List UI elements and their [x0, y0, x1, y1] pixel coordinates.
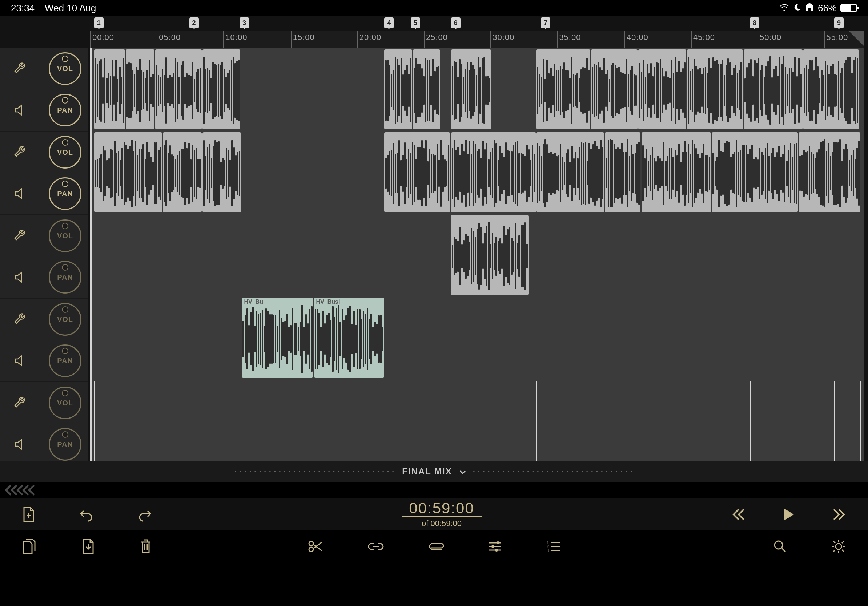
audio-clip[interactable] [536, 132, 604, 212]
time-ruler[interactable]: 00:0005:0010:0015:0020:0025:0030:0035:00… [90, 31, 864, 48]
attachment-icon[interactable] [428, 543, 444, 550]
page-fold-icon[interactable] [848, 31, 864, 46]
settings-sliders-icon[interactable] [488, 540, 502, 553]
pan-knob[interactable]: PAN [49, 428, 81, 461]
wrench-icon[interactable] [13, 62, 28, 76]
mix-bar[interactable]: • • • • • • • • • • • • • • • • • • • • … [0, 461, 868, 482]
marker-3[interactable]: 3 [240, 17, 249, 28]
audio-clip[interactable] [744, 49, 803, 129]
audio-clip[interactable] [413, 49, 440, 129]
status-bar: 23:34 Wed 10 Aug 66% [0, 0, 868, 16]
marker-2[interactable]: 2 [189, 17, 199, 28]
list-numbered-icon[interactable]: 123 [546, 540, 561, 553]
chevron-down-icon[interactable] [459, 467, 466, 477]
audio-clip[interactable]: HV_Busi [314, 298, 384, 378]
track-lane-5[interactable] [90, 379, 864, 462]
ruler-tick: 05:00 [157, 31, 181, 48]
skip-back-icon[interactable] [731, 508, 746, 521]
wrench-icon[interactable] [13, 229, 28, 243]
ruler-tick: 25:00 [424, 31, 448, 48]
svg-point-2 [496, 541, 499, 544]
marker-5[interactable]: 5 [411, 17, 420, 28]
link-icon[interactable] [367, 541, 384, 552]
scrub-chevrons[interactable] [0, 482, 868, 498]
headphones-icon [805, 3, 814, 14]
audio-clip[interactable] [451, 215, 529, 295]
playhead[interactable] [90, 48, 92, 461]
svg-line-17 [834, 550, 835, 552]
files-icon[interactable] [22, 538, 38, 555]
trash-icon[interactable] [139, 538, 153, 554]
play-icon[interactable] [782, 507, 795, 522]
undo-icon[interactable] [79, 507, 94, 522]
audio-clip[interactable] [94, 132, 162, 212]
marker-1[interactable]: 1 [94, 17, 104, 28]
audio-clip[interactable] [712, 132, 797, 212]
audio-clip[interactable] [163, 132, 202, 212]
vol-knob[interactable]: VOL [49, 303, 81, 336]
audio-clip[interactable] [451, 132, 536, 212]
marker-4[interactable]: 4 [384, 17, 394, 28]
redo-icon[interactable] [137, 507, 152, 522]
vol-knob[interactable]: VOL [49, 136, 81, 169]
track-lanes[interactable]: HV_BuHV_Busi [90, 48, 864, 482]
import-file-icon[interactable] [81, 538, 95, 555]
gear-icon[interactable] [831, 539, 846, 554]
audio-clip[interactable] [642, 132, 711, 212]
audio-clip[interactable]: HV_Bu [242, 298, 313, 378]
pan-knob[interactable]: PAN [49, 94, 81, 127]
audio-clip[interactable] [536, 49, 590, 129]
marker-8[interactable]: 8 [750, 17, 760, 28]
audio-clip[interactable] [203, 49, 240, 129]
audio-clip[interactable] [798, 132, 860, 212]
audio-clip[interactable] [384, 132, 450, 212]
time-current[interactable]: 00:59:00 [401, 501, 482, 516]
audio-clip[interactable] [687, 49, 742, 129]
wrench-icon[interactable] [13, 145, 28, 159]
audio-clip[interactable] [605, 132, 640, 212]
track-lane-4[interactable]: HV_BuHV_Busi [90, 297, 864, 379]
status-right: 66% [779, 3, 857, 14]
pan-knob[interactable]: PAN [49, 345, 81, 377]
pan-knob[interactable]: PAN [49, 261, 81, 294]
track-lane-2[interactable] [90, 131, 864, 213]
speaker-icon[interactable] [13, 437, 28, 451]
pan-knob[interactable]: PAN [49, 177, 81, 210]
marker-row[interactable]: 123456789 [90, 17, 864, 30]
status-date: Wed 10 Aug [45, 3, 96, 14]
vol-knob[interactable]: VOL [49, 386, 81, 419]
audio-clip[interactable] [384, 49, 412, 129]
wrench-icon[interactable] [13, 312, 28, 327]
audio-clip[interactable] [591, 49, 637, 129]
marker-line [860, 381, 861, 461]
marker-line [536, 381, 537, 461]
speaker-icon[interactable] [13, 354, 28, 368]
audio-clip[interactable] [126, 49, 155, 129]
speaker-icon[interactable] [13, 103, 28, 117]
audio-clip[interactable] [638, 49, 686, 129]
vol-knob[interactable]: VOL [49, 220, 81, 252]
speaker-icon[interactable] [13, 186, 28, 201]
scissors-icon[interactable] [307, 540, 324, 553]
action-bar: 123 [0, 530, 868, 563]
wrench-icon[interactable] [13, 396, 28, 410]
audio-clip[interactable] [155, 49, 202, 129]
track-lane-1[interactable] [90, 48, 864, 131]
marker-line [414, 381, 414, 461]
audio-clip[interactable] [94, 49, 125, 129]
audio-clip[interactable] [203, 132, 241, 212]
track-sidebar: VOLPANVOLPANVOLPANVOLPANVOLPAN [0, 48, 88, 482]
skip-forward-icon[interactable] [832, 508, 846, 521]
marker-9[interactable]: 9 [834, 17, 844, 28]
track-lane-3[interactable] [90, 213, 864, 297]
transport-bar: 00:59:00 of 00:59:00 [0, 498, 868, 530]
audio-clip[interactable] [803, 49, 859, 129]
marker-7[interactable]: 7 [541, 17, 550, 28]
speaker-icon[interactable] [13, 270, 28, 284]
marker-6[interactable]: 6 [451, 17, 460, 28]
audio-clip[interactable] [451, 49, 491, 129]
vol-knob[interactable]: VOL [49, 52, 81, 85]
status-time: 23:34 [11, 3, 34, 14]
new-file-icon[interactable] [22, 506, 36, 523]
search-icon[interactable] [773, 539, 787, 554]
